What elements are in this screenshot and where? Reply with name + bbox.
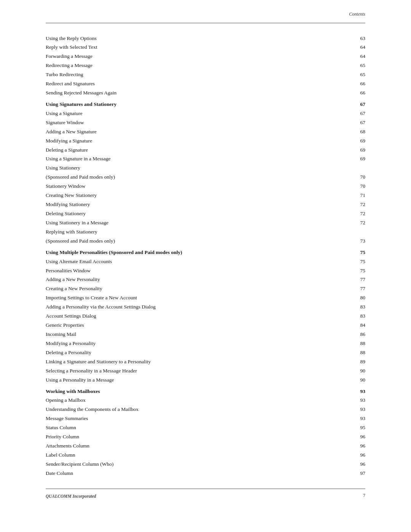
toc-row: Modifying a Personality88 — [46, 339, 365, 348]
toc-row: Message Summaries93 — [46, 414, 365, 423]
toc-label: Label Column — [46, 451, 317, 460]
toc-label: Redirecting a Message — [46, 61, 317, 70]
toc-table: Using the Reply Options63Reply with Sele… — [46, 34, 365, 478]
toc-row: Creating a New Personality77 — [46, 284, 365, 294]
toc-row: Using Signatures and Stationery67 — [46, 100, 365, 109]
footer: QUALCOMM Incorporated 7 — [46, 493, 365, 498]
toc-label: Adding a New Signature — [46, 127, 317, 136]
toc-page: 63 — [317, 34, 365, 43]
header-label: Contents — [349, 11, 365, 17]
toc-label: Modifying Stationery — [46, 200, 317, 209]
toc-label: Personalities Window — [46, 266, 317, 275]
toc-row: Stationery Window70 — [46, 182, 365, 191]
toc-label: Deleting a Personality — [46, 348, 317, 357]
toc-page: 97 — [317, 469, 365, 478]
toc-page: 77 — [317, 275, 365, 284]
toc-row: Replying with Stationery — [46, 227, 365, 236]
toc-page: 96 — [317, 442, 365, 451]
toc-label: Status Column — [46, 423, 317, 433]
toc-page: 75 — [317, 266, 365, 275]
toc-page: 96 — [317, 460, 365, 469]
toc-page: 66 — [317, 89, 365, 98]
toc-label: (Sponsored and Paid modes only) — [46, 173, 317, 182]
toc-row: Sending Rejected Messages Again66 — [46, 89, 365, 98]
toc-page: 96 — [317, 451, 365, 460]
toc-label: Attachments Column — [46, 442, 317, 451]
toc-label: Sender/Recipient Column (Who) — [46, 460, 317, 469]
toc-label: Redirect and Signatures — [46, 80, 317, 89]
toc-label: Creating New Stationery — [46, 191, 317, 200]
toc-page: 93 — [317, 405, 365, 414]
toc-row: (Sponsored and Paid modes only)73 — [46, 236, 365, 246]
toc-page: 80 — [317, 294, 365, 303]
toc-page: 72 — [317, 209, 365, 219]
toc-row: Status Column95 — [46, 423, 365, 433]
toc-page: 70 — [317, 173, 365, 182]
toc-row: Linking a Signature and Stationery to a … — [46, 357, 365, 366]
toc-page: 77 — [317, 284, 365, 294]
toc-label: Using Multiple Personalities (Sponsored … — [46, 248, 317, 257]
toc-page: 95 — [317, 423, 365, 433]
toc-row: Selecting a Personality in a Message Hea… — [46, 366, 365, 375]
toc-row: (Sponsored and Paid modes only)70 — [46, 173, 365, 182]
toc-row: Adding a New Signature68 — [46, 127, 365, 136]
toc-label: Adding a Personality via the Account Set… — [46, 303, 317, 312]
toc-page: 68 — [317, 127, 365, 136]
toc-label: Message Summaries — [46, 414, 317, 423]
toc-row: Using Stationery in a Message72 — [46, 218, 365, 227]
toc-row: Modifying Stationery72 — [46, 200, 365, 209]
toc-page: 90 — [317, 366, 365, 375]
toc-label: Importing Settings to Create a New Accou… — [46, 294, 317, 303]
toc-label: Using Stationery in a Message — [46, 218, 317, 227]
toc-row: Date Column97 — [46, 469, 365, 478]
toc-page: 72 — [317, 218, 365, 227]
toc-row: Attachments Column96 — [46, 442, 365, 451]
toc-page — [317, 227, 365, 236]
toc-label: Using Alternate Email Accounts — [46, 257, 317, 266]
toc-page: 73 — [317, 236, 365, 246]
toc-label: Adding a New Personality — [46, 275, 317, 284]
toc-row: Importing Settings to Create a New Accou… — [46, 294, 365, 303]
toc-page: 65 — [317, 61, 365, 70]
toc-row: Reply with Selected Text64 — [46, 43, 365, 52]
toc-row: Account Settings Dialog83 — [46, 312, 365, 321]
toc-label: Understanding the Components of a Mailbo… — [46, 405, 317, 414]
toc-page: 89 — [317, 357, 365, 366]
toc-page: 69 — [317, 145, 365, 155]
toc-page: 67 — [317, 109, 365, 118]
toc-row: Turbo Redirecting65 — [46, 70, 365, 80]
toc-page: 93 — [317, 396, 365, 405]
toc-label: Using a Personality in a Message — [46, 375, 317, 385]
toc-row: Incoming Mail86 — [46, 330, 365, 339]
toc-page: 72 — [317, 200, 365, 209]
toc-page: 70 — [317, 182, 365, 191]
toc-label: Selecting a Personality in a Message Hea… — [46, 366, 317, 375]
company-name: QUALCOMM Incorporated — [46, 494, 96, 498]
toc-label: Using a Signature in a Message — [46, 155, 317, 164]
toc-label: Replying with Stationery — [46, 227, 317, 236]
toc-page: 83 — [317, 312, 365, 321]
toc-label: Forwarding a Message — [46, 52, 317, 61]
toc-page: 71 — [317, 191, 365, 200]
toc-label: Using Stationery — [46, 164, 317, 173]
toc-page: 67 — [317, 100, 365, 109]
toc-label: Generic Properties — [46, 321, 317, 330]
toc-row: Signature Window67 — [46, 118, 365, 127]
toc-label: Working with Mailboxes — [46, 387, 317, 396]
page-header: Contents — [349, 11, 365, 17]
toc-row: Redirecting a Message65 — [46, 61, 365, 70]
toc-row: Label Column96 — [46, 451, 365, 460]
toc-row: Personalities Window75 — [46, 266, 365, 275]
bottom-rule — [46, 489, 365, 489]
toc-page: 75 — [317, 257, 365, 266]
toc-label: (Sponsored and Paid modes only) — [46, 236, 317, 246]
top-rule — [46, 23, 365, 23]
toc-page: 88 — [317, 348, 365, 357]
toc-page: 84 — [317, 321, 365, 330]
toc-row: Deleting a Personality88 — [46, 348, 365, 357]
toc-label: Reply with Selected Text — [46, 43, 317, 52]
toc-page: 69 — [317, 155, 365, 164]
toc-label: Creating a New Personality — [46, 284, 317, 294]
toc-row: Using a Signature in a Message69 — [46, 155, 365, 164]
toc-row: Redirect and Signatures66 — [46, 80, 365, 89]
